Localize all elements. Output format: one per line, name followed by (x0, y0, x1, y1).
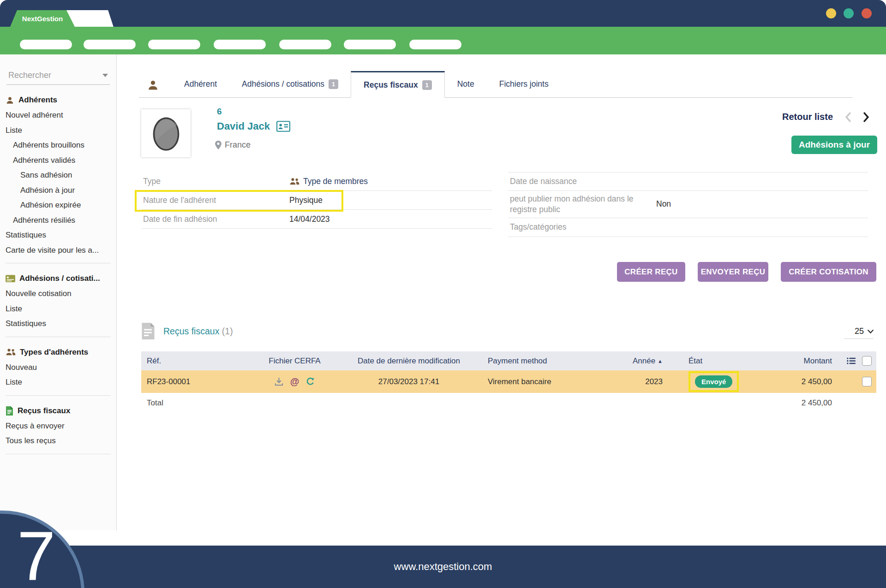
sidebar-item-adherents-brouillons[interactable]: Adhérents brouillons (0, 138, 116, 153)
sidebar-item-adherents-valides[interactable]: Adhérents validés (0, 153, 116, 168)
chevron-right-icon[interactable] (863, 112, 870, 122)
chevron-left-icon[interactable] (844, 112, 851, 122)
col-ref[interactable]: Réf. (141, 356, 257, 366)
total-label: Total (141, 398, 257, 408)
sidebar-item-carte-de-visite[interactable]: Carte de visite pour les a... (0, 243, 116, 258)
sidebar-item-adherents-resilies[interactable]: Adhérents résiliés (0, 213, 116, 228)
download-icon[interactable] (275, 377, 283, 386)
sidebar-divider (6, 263, 111, 263)
receipt-cerfa-actions: @ (257, 376, 333, 387)
tab-bar: Adhérent Adhésions / cotisations 1 Reçus… (139, 54, 852, 98)
tab-adherent[interactable]: Adhérent (172, 71, 229, 97)
tab-note[interactable]: Note (445, 71, 487, 97)
tab-count-badge: 1 (329, 79, 338, 89)
create-receipt-button[interactable]: CRÉER REÇU (617, 262, 685, 282)
search-placeholder: Rechercher (8, 71, 51, 80)
nav-menu-placeholder[interactable] (279, 40, 331, 49)
detail-row-nature: Nature de l'adhérent Physique (141, 191, 492, 210)
nav-menu-placeholder[interactable] (214, 40, 266, 49)
column-list-icon[interactable] (847, 357, 856, 365)
row-checkbox[interactable] (862, 377, 872, 386)
receipt-payment: Virement bancaire (485, 377, 600, 386)
sidebar-divider (6, 454, 111, 454)
nature-value: Physique (289, 196, 492, 205)
sidebar-section-recus: Reçus fiscaux (0, 403, 116, 419)
receipts-list-title: Reçus fiscaux (1) (163, 326, 233, 337)
nav-menu-placeholder[interactable] (84, 40, 136, 49)
create-contribution-button[interactable]: CRÉER COTISATION (781, 262, 876, 282)
sidebar-item-statistiques-cotisations[interactable]: Statistiques (0, 316, 116, 332)
detail-row-type: Type Type de membres (141, 172, 492, 191)
main-content: Adhérent Adhésions / cotisations 1 Reçus… (117, 54, 886, 546)
sidebar-item-recus-a-envoyer[interactable]: Reçus à envoyer (0, 419, 116, 434)
col-date[interactable]: Date de dernière modification (333, 356, 485, 366)
chevron-down-icon (868, 330, 874, 333)
window-minimize-dot[interactable] (826, 8, 836, 18)
tab-count-badge: 1 (422, 80, 432, 90)
sidebar-item-liste-types[interactable]: Liste (0, 375, 116, 390)
email-at-icon[interactable]: @ (290, 376, 299, 387)
receipt-row-tools (832, 377, 876, 386)
window-maximize-dot[interactable] (844, 8, 854, 18)
tab-adhesions-cotisations[interactable]: Adhésions / cotisations 1 (229, 71, 351, 97)
person-icon (6, 96, 14, 105)
membership-card-icon (6, 275, 15, 282)
receipt-row[interactable]: RF23-00001 @ 27/03/2023 17:41 Virement b… (141, 370, 876, 393)
nav-menu-placeholder[interactable] (409, 40, 461, 49)
detail-row-tags: Tags/catégories (508, 218, 868, 237)
people-icon (6, 348, 16, 356)
nav-menu-placeholder[interactable] (148, 40, 200, 49)
brand-label: NextGestion (22, 15, 63, 23)
sidebar-item-statistiques-adherents[interactable]: Statistiques (0, 228, 116, 243)
search-select[interactable]: Rechercher (6, 66, 110, 85)
receipts-count: (1) (222, 326, 233, 336)
receipt-year: 2023 (600, 377, 663, 386)
tab-recus-fiscaux[interactable]: Reçus fiscaux 1 (351, 71, 445, 98)
col-year[interactable]: Année ▲ (600, 356, 663, 366)
sidebar-section-adhesions: Adhésions / cotisati... (0, 271, 116, 286)
page-size-select[interactable]: 25 (844, 324, 874, 339)
back-to-list-link[interactable]: Retour liste (782, 112, 833, 122)
adhesions-a-jour-button[interactable]: Adhésions à jour (791, 136, 877, 154)
member-details-left: Type Type de membres Nature de l'adhéren… (141, 172, 492, 229)
document-icon (141, 323, 155, 339)
receipts-total-row: Total 2 450,00 (141, 393, 876, 413)
sidebar-divider (6, 395, 111, 396)
sidebar-item-liste-adherents[interactable]: Liste (0, 123, 116, 138)
send-receipt-button[interactable]: ENVOYER REÇU (698, 262, 768, 282)
window-close-dot[interactable] (862, 8, 872, 18)
receipt-ref: RF23-00001 (141, 377, 257, 386)
brand-tab[interactable]: NextGestion (10, 10, 75, 27)
member-country: France (225, 140, 251, 150)
chevron-down-icon (102, 74, 108, 77)
location-pin-icon (215, 141, 222, 149)
sidebar-item-nouveau-type[interactable]: Nouveau (0, 360, 116, 375)
member-country-row: France (215, 140, 251, 150)
sidebar-item-tous-les-recus[interactable]: Tous les reçus (0, 434, 116, 449)
select-all-checkbox[interactable] (862, 356, 872, 366)
detail-row-registre-public: peut publier mon adhésion dans le regist… (508, 191, 868, 218)
nav-menu-placeholder[interactable] (20, 40, 72, 49)
window-titlebar: NextGestion (0, 0, 886, 27)
sidebar-item-adhesion-a-jour[interactable]: Adhésion à jour (0, 183, 116, 198)
detail-row-fin-adhesion: Date de fin adhésion 14/04/2023 (141, 210, 492, 229)
col-tools (832, 356, 876, 366)
col-payment[interactable]: Payment method (485, 356, 600, 366)
col-state[interactable]: État (663, 356, 748, 366)
member-name-row: David Jack (217, 120, 290, 132)
sidebar-item-sans-adhesion[interactable]: Sans adhésion (0, 168, 116, 183)
type-de-membres-link[interactable]: Type de membres (289, 177, 492, 186)
sidebar-item-nouvel-adherent[interactable]: Nouvel adhérent (0, 108, 116, 123)
sidebar-item-nouvelle-cotisation[interactable]: Nouvelle cotisation (0, 286, 116, 302)
col-amount[interactable]: Montant (748, 356, 832, 366)
sidebar-section-types: Types d'adhérents (0, 344, 116, 360)
refresh-icon[interactable] (306, 377, 315, 386)
nav-menu-placeholder[interactable] (344, 40, 396, 49)
sidebar-item-adhesion-expiree[interactable]: Adhésion expirée (0, 198, 116, 213)
registre-public-value: Non (656, 199, 868, 209)
sidebar-item-liste-cotisations[interactable]: Liste (0, 302, 116, 317)
tab-fichiers-joints[interactable]: Fichiers joints (487, 71, 561, 97)
people-icon (289, 178, 299, 185)
id-card-icon[interactable] (276, 121, 290, 132)
col-cerfa[interactable]: Fichier CERFA (257, 356, 333, 366)
